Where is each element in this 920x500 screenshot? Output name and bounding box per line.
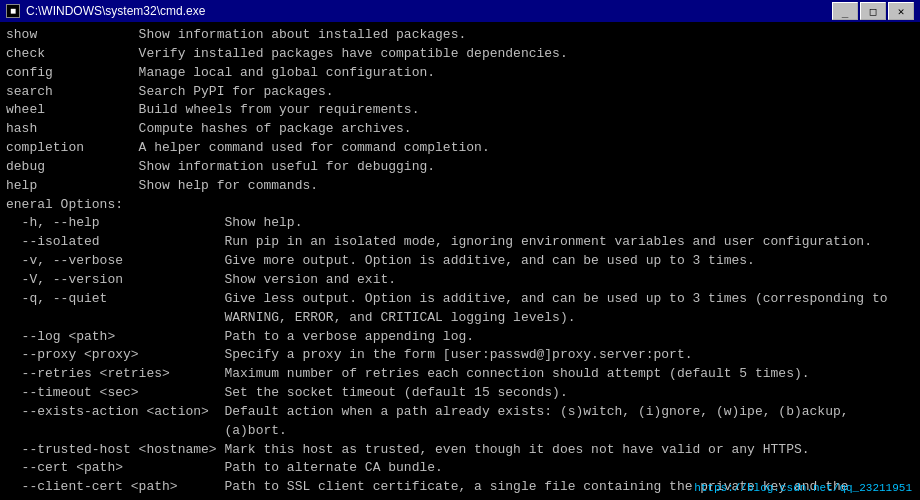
- cmd-icon: ■: [6, 4, 20, 18]
- terminal-line: (a)bort.: [6, 422, 914, 441]
- terminal-line: hash Compute hashes of package archives.: [6, 120, 914, 139]
- watermark: https://blog.csdn.net/qq_23211951: [694, 482, 912, 494]
- terminal-line: eneral Options:: [6, 196, 914, 215]
- maximize-button[interactable]: □: [860, 2, 886, 20]
- title-bar-left: ■ C:\WINDOWS\system32\cmd.exe: [6, 4, 205, 18]
- terminal-line: search Search PyPI for packages.: [6, 83, 914, 102]
- window-controls: _ □ ✕: [832, 2, 914, 20]
- terminal-line: debug Show information useful for debugg…: [6, 158, 914, 177]
- terminal-line: --retries <retries> Maximum number of re…: [6, 365, 914, 384]
- terminal-line: -V, --version Show version and exit.: [6, 271, 914, 290]
- terminal-line: completion A helper command used for com…: [6, 139, 914, 158]
- terminal-line: --exists-action <action> Default action …: [6, 403, 914, 422]
- close-button[interactable]: ✕: [888, 2, 914, 20]
- terminal-line: -q, --quiet Give less output. Option is …: [6, 290, 914, 309]
- terminal-line: --trusted-host <hostname> Mark this host…: [6, 441, 914, 460]
- title-bar: ■ C:\WINDOWS\system32\cmd.exe _ □ ✕: [0, 0, 920, 22]
- window-title: C:\WINDOWS\system32\cmd.exe: [26, 4, 205, 18]
- terminal-line: help Show help for commands.: [6, 177, 914, 196]
- terminal-line: --cert <path> Path to alternate CA bundl…: [6, 459, 914, 478]
- terminal-line: --proxy <proxy> Specify a proxy in the f…: [6, 346, 914, 365]
- terminal-line: --timeout <sec> Set the socket timeout (…: [6, 384, 914, 403]
- terminal-line: --log <path> Path to a verbose appending…: [6, 328, 914, 347]
- terminal-line: wheel Build wheels from your requirement…: [6, 101, 914, 120]
- terminal-line: --isolated Run pip in an isolated mode, …: [6, 233, 914, 252]
- terminal-line: -h, --help Show help.: [6, 214, 914, 233]
- terminal-line: -v, --verbose Give more output. Option i…: [6, 252, 914, 271]
- terminal-line: show Show information about installed pa…: [6, 26, 914, 45]
- terminal-content: show Show information about installed pa…: [0, 22, 920, 500]
- terminal-line: WARNING, ERROR, and CRITICAL logging lev…: [6, 309, 914, 328]
- minimize-button[interactable]: _: [832, 2, 858, 20]
- terminal-line: check Verify installed packages have com…: [6, 45, 914, 64]
- terminal-line: config Manage local and global configura…: [6, 64, 914, 83]
